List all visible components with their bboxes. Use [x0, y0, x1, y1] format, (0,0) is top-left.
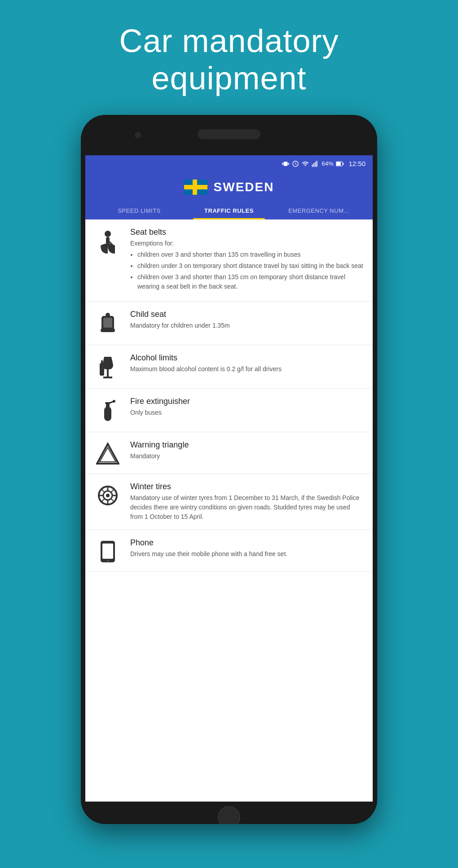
- page-title-area: Car mandatory equipment: [0, 0, 458, 110]
- battery-percent: 64%: [321, 160, 333, 167]
- svg-rect-14: [101, 329, 115, 332]
- svg-rect-36: [102, 544, 113, 559]
- status-icons: 64% 12:50: [282, 160, 366, 167]
- wifi-icon: [302, 160, 309, 167]
- phone-text: Phone Drivers may use their mobile phone…: [130, 538, 364, 559]
- winter-tires-desc: Mandatory use of winter tyres from 1 Dec…: [130, 493, 364, 522]
- warning-triangle-text: Warning triangle Mandatory: [130, 440, 364, 461]
- svg-point-13: [106, 313, 110, 317]
- winter-tires-title: Winter tires: [130, 482, 364, 491]
- tab-speed-limits[interactable]: SPEED LIMITS: [94, 202, 184, 219]
- sweden-flag: [184, 180, 207, 195]
- list-item-warning-triangle: Warning triangle Mandatory: [85, 432, 373, 474]
- warning-triangle-desc: Mandatory: [130, 452, 364, 461]
- svg-point-21: [113, 400, 115, 403]
- fire-extinguisher-desc: Only buses: [130, 408, 364, 417]
- vibrate-icon: [282, 160, 289, 167]
- list-item-winter-tires: Winter tires Mandatory use of winter tyr…: [85, 474, 373, 530]
- svg-rect-0: [312, 164, 313, 167]
- tab-emergency-numbers[interactable]: EMERGENCY NUM...: [274, 202, 364, 219]
- alarm-icon: [292, 160, 299, 167]
- svg-rect-16: [101, 360, 103, 364]
- content-area: Seat belts Exemptions for: children over…: [85, 219, 373, 795]
- app-header: SWEDEN SPEED LIMITS TRAFFIC RULES EMERGE…: [85, 172, 373, 219]
- signal-icon: [312, 160, 319, 167]
- list-item-alcohol-limits: Alcohol limits Maximum blood alcohol con…: [85, 345, 373, 389]
- phone-camera: [135, 132, 141, 138]
- country-row: SWEDEN: [184, 180, 274, 195]
- seat-belts-text: Seat belts Exemptions for: children over…: [130, 228, 364, 293]
- seat-belts-desc: Exemptions for: children over 3 and shor…: [130, 239, 364, 291]
- svg-rect-12: [103, 318, 112, 328]
- tab-bar: SPEED LIMITS TRAFFIC RULES EMERGENCY NUM…: [94, 202, 364, 219]
- svg-point-26: [106, 494, 110, 497]
- seat-belts-title: Seat belts: [130, 228, 364, 237]
- phone-screen: 64% 12:50: [85, 155, 373, 802]
- flag-cross-vertical: [193, 180, 197, 195]
- svg-rect-2: [315, 162, 316, 167]
- status-time: 12:50: [348, 160, 366, 167]
- svg-rect-6: [336, 162, 341, 166]
- child-seat-desc: Mandatory for children under 1.35m: [130, 321, 364, 330]
- page-background: Car mandatory equipment: [0, 0, 458, 868]
- phone-top-bezel: [81, 115, 377, 155]
- child-seat-icon: [94, 310, 121, 337]
- seat-belt-icon: [94, 228, 121, 254]
- warning-triangle-title: Warning triangle: [130, 440, 364, 450]
- alcohol-limits-desc: Maximum blood alcohol content is 0.2 g/l…: [130, 364, 364, 374]
- phone-title: Phone: [130, 538, 364, 548]
- phone-bottom-bezel: [81, 802, 377, 824]
- tab-traffic-rules[interactable]: TRAFFIC RULES: [184, 202, 274, 219]
- alcohol-limits-title: Alcohol limits: [130, 353, 364, 363]
- list-item-fire-extinguisher: Fire extinguisher Only buses: [85, 389, 373, 432]
- svg-line-33: [101, 499, 104, 502]
- battery-icon: [336, 161, 344, 167]
- winter-tires-text: Winter tires Mandatory use of winter tyr…: [130, 482, 364, 522]
- fire-extinguisher-title: Fire extinguisher: [130, 397, 364, 406]
- svg-rect-17: [104, 407, 111, 421]
- child-seat-text: Child seat Mandatory for children under …: [130, 310, 364, 330]
- svg-rect-1: [313, 163, 314, 167]
- list-item-seat-belts: Seat belts Exemptions for: children over…: [85, 219, 373, 302]
- phone-icon: [94, 538, 121, 563]
- warning-triangle-icon: [94, 440, 121, 465]
- page-title: Car mandatory equipment: [45, 22, 413, 97]
- svg-line-31: [101, 489, 104, 492]
- alcohol-icon: [94, 353, 121, 380]
- fire-extinguisher-icon: [94, 397, 121, 424]
- home-button[interactable]: [218, 806, 240, 824]
- winter-tires-icon: [94, 482, 121, 507]
- phone-desc: Drivers may use their mobile phone with …: [130, 549, 364, 559]
- child-seat-title: Child seat: [130, 310, 364, 319]
- status-bar: 64% 12:50: [85, 155, 373, 172]
- svg-point-37: [107, 560, 109, 561]
- svg-line-34: [111, 499, 114, 502]
- svg-rect-5: [343, 163, 344, 165]
- svg-point-7: [105, 231, 111, 237]
- phone-wrapper: 64% 12:50: [0, 110, 458, 824]
- fire-extinguisher-text: Fire extinguisher Only buses: [130, 397, 364, 417]
- list-item-child-seat: Child seat Mandatory for children under …: [85, 302, 373, 345]
- country-name: SWEDEN: [214, 180, 274, 194]
- phone: 64% 12:50: [81, 115, 377, 824]
- phone-speaker: [198, 129, 260, 139]
- alcohol-limits-text: Alcohol limits Maximum blood alcohol con…: [130, 353, 364, 374]
- svg-line-32: [111, 489, 114, 492]
- list-item-phone: Phone Drivers may use their mobile phone…: [85, 530, 373, 572]
- svg-rect-15: [100, 363, 104, 376]
- svg-rect-3: [317, 161, 317, 167]
